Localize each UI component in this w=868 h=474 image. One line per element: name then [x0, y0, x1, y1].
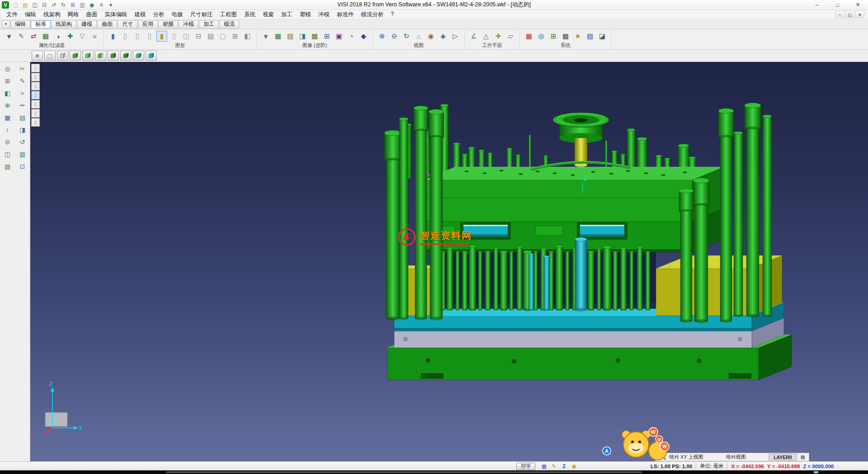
tab-4[interactable]: 建模 — [77, 20, 97, 28]
menu-item-18[interactable]: 模流分析 — [358, 10, 387, 19]
tab-8[interactable]: 塑膜 — [158, 20, 178, 28]
layer-stack-icon[interactable]: ▤ — [17, 113, 28, 123]
tab-6[interactable]: 尺寸 — [118, 20, 137, 28]
blank-page-icon[interactable]: ▢ — [217, 31, 228, 42]
halftone-filter-icon[interactable]: ◑ — [52, 31, 63, 42]
clear-filter-icon[interactable]: ▽ — [77, 31, 88, 42]
menu-item-8[interactable]: 分析 — [150, 10, 168, 19]
tab-10[interactable]: 加工 — [199, 20, 219, 28]
star-icon[interactable]: ★ — [572, 31, 583, 42]
menu-item-5[interactable]: 曲面 — [83, 10, 101, 19]
plus-grid-icon[interactable]: ⊞ — [230, 31, 241, 42]
profile-cylinder-icon-2[interactable]: ▯ — [132, 31, 143, 42]
teal-cube-icon[interactable] — [133, 51, 144, 61]
minimize-button[interactable]: ─ — [807, 0, 827, 9]
dark-shaded-cube-icon[interactable] — [108, 51, 119, 61]
zoom-indicator-icon[interactable] — [659, 454, 665, 460]
maximize-button[interactable]: □ — [827, 0, 848, 9]
undo-icon[interactable]: ↺ — [49, 1, 58, 9]
settings-list-icon[interactable]: ≡ — [97, 1, 106, 9]
profile-cylinder-icon-4[interactable]: ▯ — [169, 31, 179, 42]
menu-item-7[interactable]: 建模 — [131, 10, 150, 19]
menu-item-2[interactable]: 编辑 — [21, 10, 40, 19]
add-filter-icon[interactable]: ✚ — [65, 31, 75, 42]
menu-item-10[interactable]: 尺寸标注 — [187, 10, 217, 19]
capture-icon[interactable]: ◉ — [87, 1, 96, 9]
more-dropdown-icon[interactable]: ▾ — [106, 1, 115, 9]
delete-null-icon[interactable]: ⊘ — [2, 137, 14, 147]
clip-plane-button-4[interactable]: ▯ — [31, 91, 40, 100]
menu-item-14[interactable]: 加工 — [278, 10, 296, 19]
mesh-grid-icon[interactable]: ▦ — [2, 113, 14, 123]
tab-5[interactable]: 曲面 — [97, 20, 117, 28]
triangle-plane-icon[interactable]: △ — [481, 31, 491, 42]
texture-grid-icon[interactable]: ▦ — [273, 31, 283, 42]
open-folder-icon[interactable]: ▤ — [21, 1, 30, 9]
doc-minimize-button[interactable]: ─ — [835, 11, 844, 18]
edge-cube-icon[interactable] — [120, 51, 132, 61]
shade-pattern-icon[interactable]: ▧ — [2, 161, 14, 171]
tab-11[interactable]: 模流 — [219, 20, 239, 28]
input-mode-icon[interactable]: ▦ — [540, 463, 548, 470]
target-view-icon[interactable]: ◉ — [425, 31, 436, 42]
menu-item-16[interactable]: 冲模 — [315, 10, 333, 19]
database-cylinder-icon[interactable]: ▮ — [108, 31, 118, 42]
layer-selector[interactable]: LAYER0 — [769, 454, 797, 460]
zoom-target-icon[interactable]: ⊕ — [2, 100, 14, 110]
doc-restore-button[interactable]: ◱ — [845, 11, 854, 18]
shaded-cube-icon[interactable] — [70, 51, 81, 61]
angle-plane-icon[interactable]: ∠ — [468, 31, 479, 42]
highlight-cylinder-icon[interactable]: ▮ — [156, 31, 167, 42]
gem-render-icon[interactable]: ◆ — [358, 31, 369, 42]
half-shade-icon[interactable]: ◧ — [2, 88, 14, 98]
minus-box-icon[interactable]: ⊟ — [193, 31, 204, 42]
rotate-view-icon[interactable]: ↻ — [401, 31, 412, 42]
doc-close-button[interactable]: ✕ — [855, 11, 864, 18]
menu-item-9[interactable]: 电极 — [168, 10, 187, 19]
filter-grid-icon[interactable]: ▦ — [40, 31, 51, 42]
bullseye-icon[interactable]: ◎ — [536, 31, 547, 42]
snap-toggle-button[interactable]: 控字 — [516, 463, 535, 470]
window-grid-icon[interactable]: ⊞ — [548, 31, 559, 42]
layer-manager-icon[interactable]: ≡ — [32, 51, 43, 61]
undo-arrow-icon[interactable]: ↺ — [17, 137, 28, 147]
split-shade-icon[interactable]: ◨ — [297, 31, 308, 42]
tab-7[interactable]: 应用 — [138, 20, 158, 28]
grid-plus-icon[interactable]: ⊞ — [321, 31, 332, 42]
redo-icon[interactable]: ↻ — [59, 1, 68, 9]
section-view-icon[interactable]: ◨ — [17, 125, 28, 135]
move-vertical-icon[interactable]: ↕ — [2, 125, 14, 135]
zoom-in-icon[interactable]: ⊕ — [377, 31, 387, 42]
menu-item-19[interactable]: ? — [387, 10, 398, 19]
diamond-view-icon[interactable]: ◈ — [438, 31, 448, 42]
grid-toggle-icon[interactable]: ▦ — [801, 454, 805, 460]
image-dropdown-icon[interactable]: ▼ — [260, 31, 271, 42]
half-page-icon[interactable]: ◧ — [242, 31, 253, 42]
tab-1[interactable]: 编辑 — [10, 20, 30, 28]
list-page-icon[interactable]: ▤ — [205, 31, 216, 42]
close-button[interactable]: ✕ — [848, 0, 868, 9]
tab-2[interactable]: 标准 — [31, 20, 51, 28]
menu-item-15[interactable]: 塑模 — [296, 10, 315, 19]
tab-overflow-dropdown-icon[interactable]: ▼ — [2, 20, 10, 28]
quarter-shade-icon[interactable]: ◔ — [346, 31, 357, 42]
menu-item-3[interactable]: 线架构 — [40, 10, 64, 19]
edit-note-icon[interactable]: ✎ — [550, 463, 558, 470]
light-shaded-cube-icon[interactable] — [82, 51, 94, 61]
home-view-icon[interactable]: ⌂ — [413, 31, 424, 42]
swap-attributes-icon[interactable]: ⇄ — [28, 31, 39, 42]
clip-plane-button-5[interactable]: ▯ — [31, 100, 40, 109]
scissors-trim-icon[interactable]: ✂ — [17, 64, 28, 74]
menu-item-6[interactable]: 实体编辑 — [101, 10, 131, 19]
menu-item-17[interactable]: 标准件 — [333, 10, 358, 19]
hatch-fill-icon[interactable]: ▥ — [17, 149, 28, 159]
clip-plane-button-7[interactable]: ▯ — [31, 118, 40, 127]
grid-snap-icon[interactable]: ⊞ — [2, 76, 14, 86]
tab-3[interactable]: 线架构 — [51, 20, 76, 28]
blank-view-icon[interactable]: ▢ — [44, 51, 56, 61]
boxed-plus-icon[interactable]: ⊡ — [17, 161, 28, 171]
shading-mode-icon[interactable]: ▨ — [285, 31, 296, 42]
menu-item-12[interactable]: 系统 — [241, 10, 259, 19]
curve-smooth-icon[interactable]: ≈ — [17, 88, 28, 98]
paste-icon[interactable]: ▥ — [78, 1, 87, 9]
